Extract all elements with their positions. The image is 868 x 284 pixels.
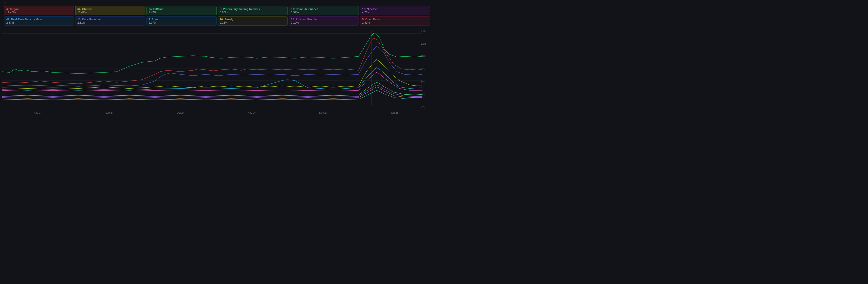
legend-pct-64: 11.49% <box>78 11 143 14</box>
legend-name-53: 53: Efficient Frontier <box>291 18 356 21</box>
x-axis-label: Dec 24 <box>319 111 327 114</box>
legend-item-5: 5: Open Kaito 1.81% <box>360 16 430 26</box>
legend-pct-53: 2.10% <box>291 21 356 24</box>
legend-item-42: 42: Real-Time Data by Masa 2.87% <box>4 16 74 26</box>
legend-item-4: 4: Targon 12.40% <box>4 6 74 15</box>
legend-item-51: 51: Compute Subnet 5.92% <box>288 6 359 15</box>
legend-name-19: 19: Nineteen <box>362 7 428 10</box>
legend-pct-10: 2.15% <box>220 21 286 24</box>
header <box>0 0 434 4</box>
legend-item-53: 53: Efficient Frontier 2.10% <box>288 16 359 26</box>
legend-grid: 4: Targon 12.40% 64: Chutes 11.49% 34: B… <box>0 4 434 27</box>
chart-svg <box>2 28 430 110</box>
legend-name-1: 1: Apex <box>149 18 214 21</box>
brand-label <box>4 2 6 3</box>
chart-area: 14%12%10%8%6%4%2% <box>2 28 430 110</box>
legend-name-51: 51: Compute Subnet <box>291 7 356 10</box>
y-axis-label: 4% <box>421 93 430 96</box>
legend-pct-4: 12.40% <box>6 11 72 14</box>
y-axis-label: 12% <box>421 42 430 45</box>
y-axis-label: 8% <box>421 68 430 70</box>
legend-name-13: 13: Data Universe <box>78 18 143 21</box>
legend-pct-8: 6.93% <box>220 11 286 14</box>
line-compute <box>2 68 423 90</box>
y-axis-label: 6% <box>421 80 430 83</box>
legend-pct-1: 2.27% <box>149 21 214 24</box>
x-axis-label: Aug 24 <box>34 111 42 114</box>
x-axis-label: Sep 24 <box>105 111 113 114</box>
line-bitmind <box>2 47 423 87</box>
line-chutes <box>2 38 423 84</box>
legend-item-1: 1: Apex 2.27% <box>147 16 217 26</box>
line-targon <box>2 33 423 74</box>
legend-item-64: 64: Chutes 11.49% <box>75 6 146 15</box>
legend-pct-5: 1.81% <box>362 21 428 24</box>
legend-name-64: 64: Chutes <box>78 7 143 10</box>
legend-name-5: 5: Open Kaito <box>362 18 428 21</box>
x-axis-label: Nov 24 <box>248 111 256 114</box>
legend-pct-42: 2.87% <box>6 21 72 24</box>
legend-item-19: 19: Nineteen 4.77% <box>360 6 430 15</box>
legend-pct-51: 5.92% <box>291 11 356 14</box>
legend-pct-34: 7.47% <box>149 11 214 14</box>
legend-name-34: 34: BitMind <box>149 7 214 10</box>
x-axis-label: Jan 25 <box>391 111 398 114</box>
y-axis-label: 14% <box>421 30 430 32</box>
chart-container: 14%12%10%8%6%4%2% <box>0 28 434 110</box>
legend-item-10: 10: Sturdy 2.15% <box>218 16 288 26</box>
legend-name-10: 10: Sturdy <box>220 18 286 21</box>
x-axis: Aug 24Sep 24Oct 24Nov 24Dec 24Jan 25 <box>0 110 434 114</box>
legend-name-42: 42: Real-Time Data by Masa <box>6 18 72 21</box>
legend-item-34: 34: BitMind 7.47% <box>147 6 217 15</box>
legend-item-13: 13: Data Universe 2.31% <box>75 16 146 26</box>
legend-pct-19: 4.77% <box>362 11 428 14</box>
line-masa <box>2 73 423 91</box>
y-axis: 14%12%10%8%6%4%2% <box>421 28 430 110</box>
y-axis-label: 2% <box>421 106 430 108</box>
y-axis-label: 10% <box>421 55 430 58</box>
line-ptn <box>2 60 423 89</box>
legend-name-8: 8: Proprietary Trading Network <box>220 7 286 10</box>
legend-item-8: 8: Proprietary Trading Network 6.93% <box>218 6 288 15</box>
legend-pct-13: 2.31% <box>78 21 143 24</box>
x-axis-label: Oct 24 <box>177 111 184 114</box>
legend-name-4: 4: Targon <box>6 7 72 10</box>
